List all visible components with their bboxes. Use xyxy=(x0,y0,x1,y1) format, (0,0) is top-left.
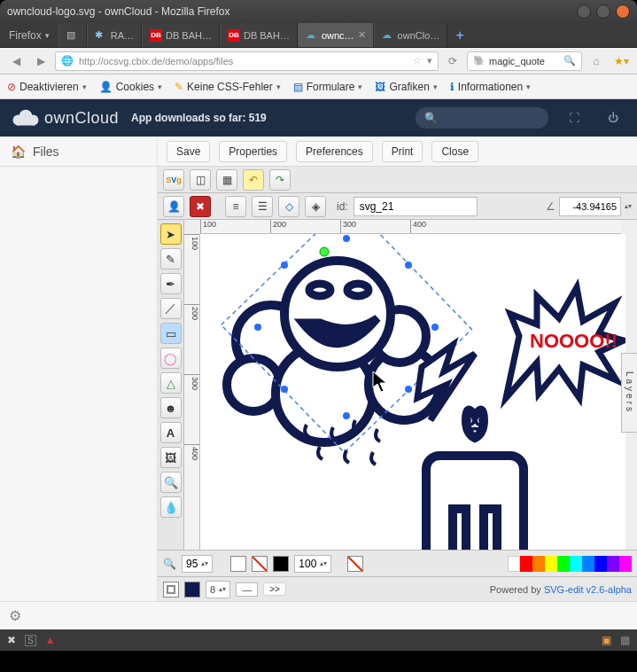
clone-button[interactable]: 👤 xyxy=(163,196,184,217)
image-tool[interactable]: 🖼 xyxy=(160,447,182,468)
sidebar-header-files[interactable]: 🏠 Files xyxy=(0,137,158,166)
swatch[interactable] xyxy=(570,556,582,572)
properties-button[interactable]: Properties xyxy=(219,141,287,162)
url-dropdown-icon[interactable]: ▾ xyxy=(427,55,432,66)
opacity-field[interactable]: 100▴▾ xyxy=(294,555,331,573)
group-button[interactable]: ◇ xyxy=(278,196,299,217)
zoom-field[interactable]: 95▴▾ xyxy=(182,555,213,573)
id-input[interactable] xyxy=(353,197,478,216)
svg-source-button[interactable]: SVg xyxy=(163,169,184,191)
text-tool[interactable]: A xyxy=(160,422,182,443)
rss-icon[interactable]: ▣ xyxy=(602,634,611,646)
browser-tab[interactable]: DBDB BAH… xyxy=(220,23,298,47)
firefox-menu[interactable]: Firefox xyxy=(0,23,58,47)
swatch[interactable] xyxy=(508,556,520,572)
swatch[interactable] xyxy=(520,556,532,572)
rect-tool[interactable]: ▭ xyxy=(160,323,182,344)
swatch[interactable] xyxy=(582,556,594,572)
pen-tool[interactable]: ✒ xyxy=(160,273,182,294)
stroke-width-field[interactable]: 8▴▾ xyxy=(206,581,230,598)
home-button[interactable]: ⌂ xyxy=(586,51,607,71)
tab-close-icon[interactable]: ✕ xyxy=(358,29,366,41)
angle-stepper[interactable]: ▴▾ xyxy=(625,202,632,210)
stroke-swatch[interactable] xyxy=(163,582,179,598)
save-button[interactable]: Save xyxy=(167,141,210,162)
wd-disable[interactable]: ⊘Deaktivieren xyxy=(7,81,87,93)
svg-point-15 xyxy=(343,235,350,242)
angle-input[interactable] xyxy=(559,197,621,216)
swatch[interactable] xyxy=(532,556,545,572)
swatch[interactable] xyxy=(545,556,557,572)
path-tool[interactable]: △ xyxy=(160,372,182,394)
no-color-swatch[interactable] xyxy=(347,556,363,572)
browser-tab[interactable]: ✱RA… xyxy=(87,23,142,47)
svg-point-23 xyxy=(478,418,482,422)
close-button[interactable]: Close xyxy=(431,141,478,162)
eyedropper-tool[interactable]: 💧 xyxy=(160,496,182,518)
swatch[interactable] xyxy=(557,556,570,572)
browser-tab-active[interactable]: ☁ownc…✕ xyxy=(298,23,374,47)
wd-cookies[interactable]: 👤Cookies xyxy=(99,81,162,93)
redo-button[interactable]: ↷ xyxy=(269,169,291,191)
search-field[interactable]: 🐘 magic_quote 🔍 xyxy=(467,51,582,71)
svgedit-link[interactable]: SVG-edit v2.6-alpha xyxy=(544,584,632,595)
reload-button[interactable]: ⟳ xyxy=(442,51,463,71)
window-maximize[interactable] xyxy=(596,4,610,19)
script-icon[interactable]: S xyxy=(25,635,36,646)
browser-tab[interactable]: DBDB BAH… xyxy=(142,23,220,47)
artboard[interactable]: NOOOO!! xyxy=(200,234,625,550)
preferences-button[interactable]: Preferences xyxy=(296,141,373,162)
window-minimize[interactable] xyxy=(577,4,591,19)
owncloud-logo[interactable]: ownCloud xyxy=(11,108,119,128)
align-left-button[interactable]: ≡ xyxy=(225,196,246,217)
wd-css[interactable]: ✎Keine CSS-Fehler xyxy=(175,81,281,93)
nav-back-button[interactable]: ◀ xyxy=(5,51,27,71)
stroke-color[interactable] xyxy=(184,582,200,598)
delete-button[interactable]: ✖ xyxy=(190,196,211,217)
bug-icon[interactable]: ▲ xyxy=(45,634,56,646)
layers-panel-tab[interactable]: Layers xyxy=(621,353,637,433)
line-tool[interactable]: ／ xyxy=(160,298,182,319)
ruler-vertical: 100200300400 xyxy=(184,234,200,550)
fill-swatch[interactable] xyxy=(230,556,246,572)
fill-none-swatch[interactable] xyxy=(252,556,268,572)
pencil-tool[interactable]: ✎ xyxy=(160,248,182,270)
wd-info[interactable]: ℹInformationen xyxy=(450,81,531,93)
bookmarks-button[interactable]: ★▾ xyxy=(610,51,632,71)
ellipse-tool[interactable]: ◯ xyxy=(160,348,182,369)
wd-images[interactable]: 🖼Grafiken xyxy=(375,81,437,93)
address-bar[interactable]: 🌐 http://ocsvg.cbix.de/demo/apps/files ☆… xyxy=(55,51,439,71)
wd-forms[interactable]: ▤Formulare xyxy=(293,81,363,93)
search-go-icon[interactable]: 🔍 xyxy=(563,55,576,66)
browser-tab[interactable]: ▧ xyxy=(58,23,87,47)
zoom-icon[interactable]: 🔍 xyxy=(163,558,176,570)
nav-forward-button[interactable]: ▶ xyxy=(30,51,51,71)
swatch[interactable] xyxy=(607,556,619,572)
settings-gear-icon[interactable]: ⚙ xyxy=(9,607,21,624)
addon-icon[interactable]: ▦ xyxy=(620,634,630,646)
fill-black-swatch[interactable] xyxy=(273,556,289,572)
noscript-icon[interactable]: ✖ xyxy=(7,634,16,646)
print-button[interactable]: Print xyxy=(382,141,423,162)
browser-navbar: ◀ ▶ 🌐 http://ocsvg.cbix.de/demo/apps/fil… xyxy=(0,48,637,74)
canvas[interactable]: NOOOO!! xyxy=(200,234,621,550)
window-close[interactable] xyxy=(616,4,630,19)
align-right-button[interactable]: ☰ xyxy=(252,196,273,217)
more-button[interactable]: >> xyxy=(263,582,286,596)
new-tab-button[interactable]: + xyxy=(447,23,472,47)
grid-button[interactable]: ▦ xyxy=(216,169,237,191)
undo-button[interactable]: ↶ xyxy=(243,169,264,191)
bookmark-star-icon[interactable]: ☆ xyxy=(413,55,422,66)
shape-tool[interactable]: ☻ xyxy=(160,397,182,418)
zoom-tool[interactable]: 🔍 xyxy=(160,472,182,493)
browser-tab[interactable]: ☁ownClo… xyxy=(374,23,448,47)
ungroup-button[interactable]: ◈ xyxy=(305,196,326,217)
wireframe-button[interactable]: ◫ xyxy=(190,169,211,191)
owncloud-search[interactable]: 🔍 xyxy=(416,107,548,129)
power-icon[interactable]: ⏻ xyxy=(600,112,626,124)
swatch[interactable] xyxy=(619,556,632,572)
swatch[interactable] xyxy=(594,556,607,572)
expand-icon[interactable]: ⛶ xyxy=(561,112,587,124)
stroke-style-select[interactable]: — xyxy=(236,582,258,597)
select-tool[interactable]: ➤ xyxy=(160,223,182,245)
